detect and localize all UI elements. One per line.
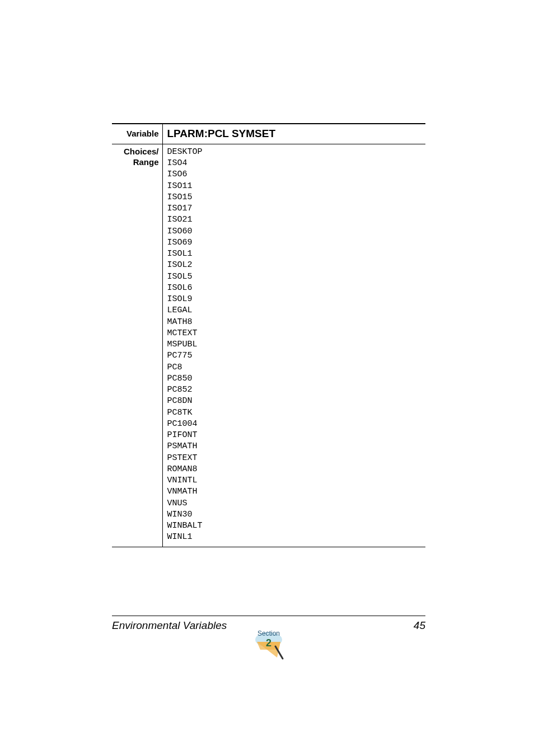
choice-item: PC775 [167, 350, 421, 361]
variable-value: LPARM:PCL SYMSET [162, 124, 425, 144]
choice-item: ISO6 [167, 169, 421, 180]
choice-item: ISOL9 [167, 294, 421, 305]
choice-item: ISOL6 [167, 283, 421, 294]
choice-item: ISOL2 [167, 260, 421, 271]
section-badge: Section 2 [249, 630, 288, 661]
choices-list: DESKTOPISO4ISO6ISO11ISO15ISO17ISO21ISO60… [162, 144, 425, 547]
choice-item: ISOL5 [167, 271, 421, 283]
footer-title: Environmental Variables [112, 619, 227, 632]
choice-item: ISO60 [167, 226, 421, 237]
choice-item: WINBALT [167, 520, 421, 532]
choice-item: MSPUBL [167, 339, 421, 350]
choices-label-line2: Range [133, 157, 159, 167]
choice-item: MATH8 [167, 317, 421, 328]
table-row: Choices/ Range DESKTOPISO4ISO6ISO11ISO15… [112, 144, 425, 547]
page-number: 45 [414, 619, 425, 632]
choice-item: PSTEXT [167, 453, 421, 464]
choice-item: PC8DN [167, 396, 421, 407]
choice-item: ISO69 [167, 237, 421, 248]
variable-label: Variable [112, 124, 162, 144]
choice-item: VNMATH [167, 486, 421, 497]
choice-item: ROMAN8 [167, 464, 421, 475]
choice-item: DESKTOP [167, 147, 421, 158]
choice-item: ISO15 [167, 192, 421, 203]
section-number: 2 [249, 637, 288, 649]
choices-label: Choices/ Range [112, 144, 162, 547]
choice-item: WIN30 [167, 509, 421, 520]
choice-item: MCTEXT [167, 328, 421, 339]
table-row: Variable LPARM:PCL SYMSET [112, 124, 425, 144]
choice-item: ISO11 [167, 181, 421, 192]
choice-item: PC1004 [167, 419, 421, 430]
choice-item: PC852 [167, 384, 421, 396]
page-footer: Environmental Variables 45 Section 2 [112, 616, 425, 632]
choice-item: ISO4 [167, 158, 421, 169]
choice-item: PSMATH [167, 441, 421, 452]
choice-item: ISOL1 [167, 248, 421, 260]
choice-item: VNINTL [167, 475, 421, 486]
choice-item: ISO21 [167, 214, 421, 226]
choice-item: ISO17 [167, 203, 421, 214]
choice-item: PIFONT [167, 430, 421, 441]
choice-item: VNUS [167, 498, 421, 509]
content-area: Variable LPARM:PCL SYMSET Choices/ Range… [112, 123, 425, 547]
choice-item: LEGAL [167, 305, 421, 316]
choice-item: WINL1 [167, 532, 421, 543]
choice-item: PC850 [167, 373, 421, 384]
choices-label-line1: Choices/ [124, 147, 159, 156]
section-label: Section [249, 630, 288, 637]
choice-item: PC8 [167, 362, 421, 373]
variable-table: Variable LPARM:PCL SYMSET Choices/ Range… [112, 123, 425, 547]
choice-item: PC8TK [167, 407, 421, 419]
